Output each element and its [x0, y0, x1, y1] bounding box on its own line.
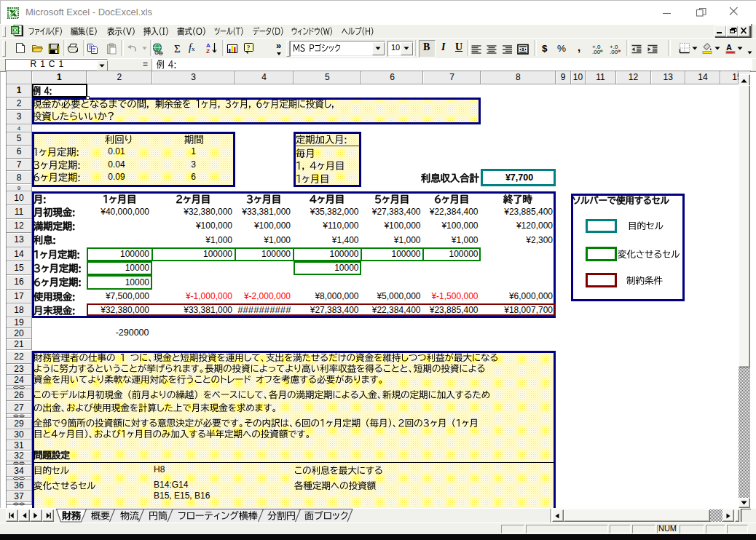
svg-text:A: A: [726, 43, 732, 52]
svg-text:a: a: [521, 47, 524, 52]
svg-text:.00: .00: [592, 49, 601, 55]
svg-text:?: ?: [247, 44, 251, 52]
svg-text:.00: .00: [610, 49, 618, 55]
svg-text:Z: Z: [206, 48, 210, 55]
